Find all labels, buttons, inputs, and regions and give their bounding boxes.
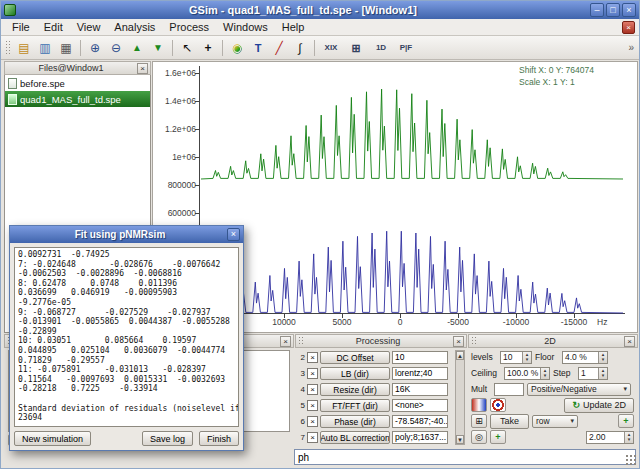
processing-checkbox[interactable]: ×	[307, 400, 318, 411]
processing-step-button[interactable]: LB (dir)	[320, 367, 390, 380]
crosshair-tool-button[interactable]: +	[198, 38, 218, 58]
contour-icon[interactable]	[490, 398, 506, 412]
line-tool-button[interactable]: ╱	[269, 38, 289, 58]
processing-step-button[interactable]: Resize (dir)	[320, 383, 390, 396]
grid-icon[interactable]: ⊞	[471, 414, 487, 428]
color-button[interactable]: ◉	[227, 38, 247, 58]
mdi-close-icon[interactable]: ×	[622, 21, 635, 34]
save-button[interactable]: ▥	[35, 38, 55, 58]
take-button[interactable]: Take	[490, 414, 529, 429]
spin-down-icon[interactable]: ▾	[523, 357, 531, 363]
menu-process[interactable]: Process	[162, 20, 216, 34]
spinner-arrows[interactable]: ▴▾	[624, 432, 633, 443]
ceiling-spinner[interactable]: 100.0 % ▴▾	[504, 367, 550, 380]
pointer-tool-button[interactable]: ↖	[177, 38, 197, 58]
processing-value-field[interactable]: 16K	[392, 383, 448, 396]
trace-icon[interactable]: ◎	[471, 430, 487, 444]
processing-dock-close-icon[interactable]: ×	[453, 336, 464, 347]
integrate-button[interactable]: ∫	[290, 38, 310, 58]
processing-value-field[interactable]: lorentz;40	[392, 367, 448, 380]
processing-step-button[interactable]: Phase (dir)	[320, 415, 390, 428]
processing-row: 6 × Phase (dir) -78.5487;-40...	[295, 414, 453, 429]
save-log-button[interactable]: Save log	[142, 431, 193, 446]
processing-checkbox[interactable]: ×	[307, 432, 318, 443]
minimize-button[interactable]: –	[590, 3, 604, 17]
resize-grip[interactable]	[625, 454, 637, 466]
spin-down-icon[interactable]: ▾	[541, 373, 549, 379]
spin-down-icon[interactable]: ▾	[625, 437, 633, 443]
tree-item-quad1[interactable]: quad1_MAS_full_td.spe	[5, 91, 150, 107]
zoom-in-button[interactable]: ⊕	[85, 38, 105, 58]
open-button[interactable]: ▤	[14, 38, 34, 58]
dock-grip[interactable]	[298, 336, 303, 346]
toolbar-handle[interactable]	[5, 40, 10, 56]
command-input[interactable]	[294, 449, 636, 465]
spinner-arrows[interactable]: ▴▾	[598, 368, 607, 379]
toolbar-overflow-button[interactable]: »	[628, 42, 636, 53]
2d-dock-close-icon[interactable]: ×	[624, 336, 635, 347]
zoom-out-button[interactable]: ⊖	[106, 38, 126, 58]
colormap-icon[interactable]	[471, 398, 487, 412]
processing-step-button[interactable]: DC Offset	[320, 351, 390, 364]
spinner-arrows[interactable]: ▴▾	[598, 352, 607, 363]
files-dock-titlebar[interactable]: Files@Window1 ×	[4, 61, 151, 75]
scale-spinner[interactable]: 2.00 ▴▾	[586, 431, 634, 444]
processing-dock-titlebar[interactable]: Processing ×	[295, 334, 467, 348]
processing-checkbox[interactable]: ×	[307, 352, 318, 363]
mult-input[interactable]	[494, 383, 524, 396]
take-mode-select[interactable]: row ▾	[532, 415, 578, 428]
levels-spinner[interactable]: 10 ▴▾	[500, 351, 532, 364]
new-simulation-button[interactable]: New simulation	[14, 431, 91, 446]
processing-value-field[interactable]: <none>	[392, 399, 448, 412]
close-button[interactable]: ×	[622, 3, 636, 17]
menu-edit[interactable]: Edit	[37, 20, 70, 34]
add-trace-icon[interactable]: +	[490, 430, 506, 444]
processing-checkbox[interactable]: ×	[307, 368, 318, 379]
titlebar[interactable]: GSim - quad1_MAS_full_td.spe - [Window1]…	[1, 1, 639, 19]
print-button[interactable]: ▦	[56, 38, 76, 58]
processing-value-field[interactable]: poly;8;1637...	[392, 431, 448, 444]
spin-down-icon[interactable]: ▾	[599, 357, 607, 363]
spinner-arrows[interactable]: ▴▾	[522, 352, 531, 363]
spinner-arrows[interactable]: ▴▾	[540, 368, 549, 379]
scroll-down-icon[interactable]: ▼	[456, 435, 464, 444]
spin-down-icon[interactable]: ▾	[599, 373, 607, 379]
processing-value-field[interactable]: 10	[392, 351, 448, 364]
mode-xix-button[interactable]: XIX	[319, 38, 343, 58]
menu-help[interactable]: Help	[275, 20, 312, 34]
fit-dialog-close-icon[interactable]: ×	[227, 228, 240, 241]
processing-value-field[interactable]: -78.5487;-40...	[392, 415, 448, 428]
menu-analysis[interactable]: Analysis	[107, 20, 162, 34]
menu-windows[interactable]: Windows	[216, 20, 275, 34]
files-dock-close-icon[interactable]: ×	[137, 63, 148, 74]
palette-icon: ◉	[232, 42, 242, 54]
fit-log[interactable]: 0.0092731 -0.74925 7: -0.024648 -0.02867…	[14, 247, 239, 427]
floor-spinner[interactable]: 4.0 % ▴▾	[562, 351, 608, 364]
scale-up-button[interactable]: ▲	[127, 38, 147, 58]
menu-view[interactable]: View	[70, 20, 108, 34]
simulation-dock-close-icon[interactable]: ×	[280, 336, 291, 347]
fit-dialog-titlebar[interactable]: Fit using pNMRsim ×	[10, 226, 243, 243]
polarity-select[interactable]: Positive/Negative ▾	[527, 383, 631, 396]
mode-1d-button[interactable]: 1D	[369, 38, 393, 58]
update-2d-button[interactable]: ↻ Update 2D	[564, 398, 634, 413]
tree-item-before[interactable]: before.spe	[5, 75, 150, 91]
menu-file[interactable]: File	[5, 20, 37, 34]
processing-step-button[interactable]: FT/FFT (dir)	[320, 399, 390, 412]
scale-down-button[interactable]: ▼	[148, 38, 168, 58]
mode-tile-button[interactable]: ⊞	[344, 38, 368, 58]
step-spinner[interactable]: 1 ▴▾	[578, 367, 608, 380]
processing-dock: Processing × 2 × DC Offset 10 3 × LB (di…	[295, 334, 467, 447]
processing-checkbox[interactable]: ×	[307, 416, 318, 427]
processing-scrollbar[interactable]: ▲ ▼	[455, 350, 465, 445]
2d-dock-titlebar[interactable]: 2D ×	[468, 334, 638, 348]
processing-checkbox[interactable]: ×	[307, 384, 318, 395]
scroll-up-icon[interactable]: ▲	[456, 351, 464, 360]
text-tool-button[interactable]: T	[248, 38, 268, 58]
maximize-button[interactable]: □	[606, 3, 620, 17]
add-row-icon[interactable]: +	[618, 414, 634, 428]
mode-pf-button[interactable]: P|F	[394, 38, 418, 58]
finish-button[interactable]: Finish	[199, 431, 239, 446]
dock-grip[interactable]	[471, 336, 476, 346]
processing-step-button[interactable]: Auto BL correction	[320, 431, 390, 444]
